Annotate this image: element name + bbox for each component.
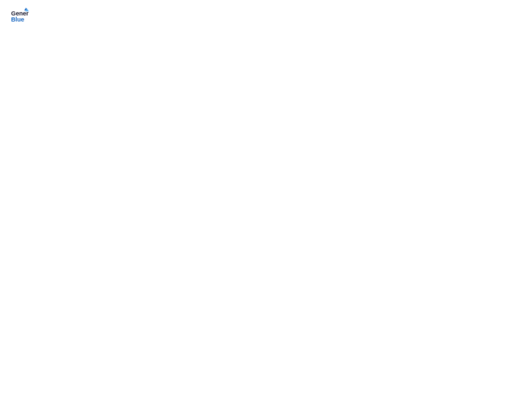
svg-text:Blue: Blue xyxy=(11,16,24,23)
logo: General Blue xyxy=(10,7,29,26)
page: General Blue xyxy=(0,0,532,411)
header: General Blue xyxy=(10,7,522,26)
logo-icon: General Blue xyxy=(10,7,29,26)
